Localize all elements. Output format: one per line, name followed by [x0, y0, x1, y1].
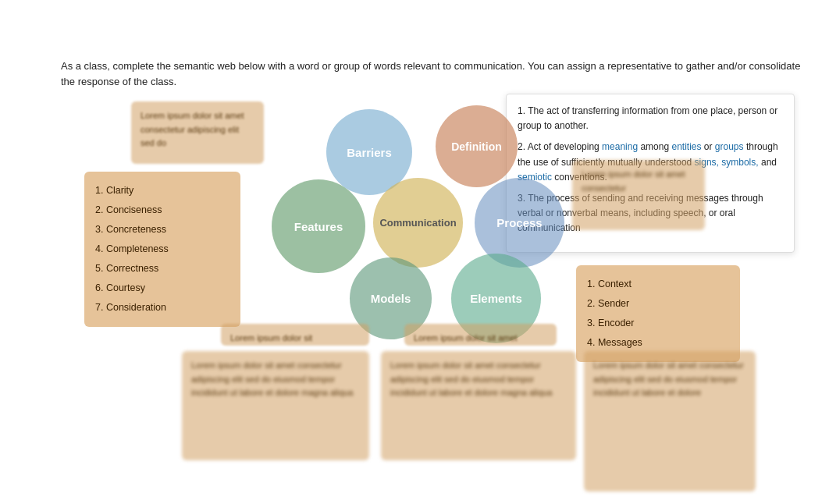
blurred-box-bottom-elements-label: Lorem ipsum dolor sit amet: [404, 324, 557, 346]
element-item-3: 3. Encoder: [587, 314, 729, 333]
elements-list: 1. Context 2. Sender 3. Encoder 4. Messa…: [576, 265, 740, 362]
feature-item-3: 3. Concreteness: [95, 220, 229, 240]
feature-item-7: 7. Consideration: [95, 298, 229, 318]
element-item-1: 1. Context: [587, 275, 729, 294]
circle-features: Features: [272, 179, 365, 273]
definition-item-1: 1. The act of transferring information f…: [518, 104, 783, 133]
element-item-2: 2. Sender: [587, 294, 729, 314]
blurred-box-top-left: Lorem ipsum dolor sit amet consectetur a…: [131, 101, 264, 164]
features-list: 1. Clarity 2. Conciseness 3. Concretenes…: [84, 172, 240, 327]
feature-item-5: 5. Correctness: [95, 259, 229, 279]
circle-definition: Definition: [436, 105, 518, 187]
blurred-box-bottom-right: Lorem ipsum dolor sit amet consectetur a…: [584, 351, 756, 492]
blurred-box-bottom-left-big: Lorem ipsum dolor sit amet consectetur a…: [182, 351, 369, 460]
feature-item-4: 4. Completeness: [95, 240, 229, 259]
blurred-box-bottom-models-label: Lorem ipsum dolor sit: [221, 324, 369, 346]
blurred-box-bottom-center-big: Lorem ipsum dolor sit amet consectetur a…: [381, 351, 576, 460]
feature-item-1: 1. Clarity: [95, 181, 229, 201]
feature-item-2: 2. Conciseness: [95, 201, 229, 220]
element-item-4: 4. Messages: [587, 333, 729, 353]
circle-communication: Communication: [373, 178, 463, 268]
instruction-text: As a class, complete the semantic web be…: [61, 59, 806, 89]
semantic-web: 1. The act of transferring information f…: [61, 94, 829, 504]
feature-item-6: 6. Courtesy: [95, 279, 229, 298]
blurred-box-right-upper: Lorem ipsum dolor sit amet consectetur: [572, 160, 705, 230]
